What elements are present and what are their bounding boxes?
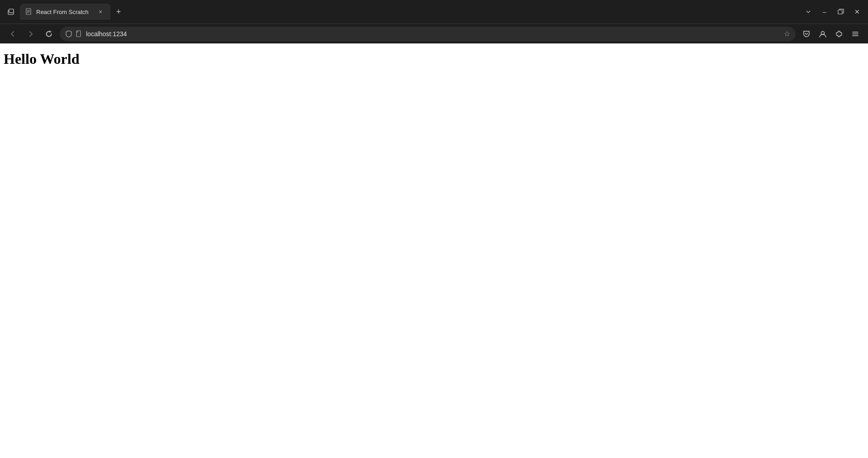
pocket-button[interactable] — [799, 27, 814, 41]
refresh-icon — [45, 30, 52, 38]
svg-rect-1 — [9, 9, 14, 13]
tab-bar-left: React From Scratch × + — [4, 4, 799, 20]
pocket-icon — [802, 30, 811, 38]
tab-overview-button[interactable] — [4, 5, 18, 19]
forward-icon — [27, 30, 34, 38]
tab-overview-icon — [7, 8, 14, 15]
close-window-icon: ✕ — [854, 8, 860, 15]
active-tab[interactable]: React From Scratch × — [20, 4, 110, 20]
svg-rect-7 — [76, 31, 81, 37]
account-button[interactable] — [816, 27, 830, 41]
extensions-icon — [835, 30, 843, 38]
shield-icon — [65, 30, 72, 38]
menu-icon — [851, 30, 859, 38]
tab-bar-right: – ✕ — [801, 5, 864, 19]
minimize-icon: – — [823, 8, 826, 15]
extensions-button[interactable] — [832, 27, 846, 41]
restore-button[interactable] — [834, 5, 848, 19]
tab-dropdown-button[interactable] — [801, 5, 816, 19]
minimize-button[interactable]: – — [817, 5, 832, 19]
forward-button[interactable] — [24, 27, 38, 41]
bookmark-star-icon[interactable]: ☆ — [784, 29, 790, 38]
menu-button[interactable] — [848, 27, 863, 41]
address-bar[interactable]: localhost:1234 ☆ — [60, 27, 796, 41]
svg-rect-6 — [838, 10, 842, 14]
chevron-down-icon — [806, 9, 811, 14]
account-icon — [819, 30, 827, 38]
back-icon — [9, 30, 16, 38]
browser-chrome: React From Scratch × + – — [0, 0, 868, 43]
nav-bar: localhost:1234 ☆ — [0, 24, 868, 43]
page-icon — [75, 30, 82, 38]
tab-bar: React From Scratch × + – — [0, 0, 868, 24]
address-bar-security-icons — [65, 30, 82, 38]
nav-right-buttons — [799, 27, 863, 41]
new-tab-button[interactable]: + — [112, 5, 125, 18]
url-display[interactable]: localhost:1234 — [86, 30, 780, 38]
back-button[interactable] — [5, 27, 20, 41]
page-heading: Hello World — [4, 51, 864, 67]
tab-favicon-icon — [25, 8, 33, 15]
tab-title: React From Scratch — [36, 9, 92, 15]
refresh-button[interactable] — [42, 27, 56, 41]
close-window-button[interactable]: ✕ — [850, 5, 864, 19]
page-content: Hello World — [0, 43, 868, 458]
restore-icon — [838, 9, 844, 15]
tab-close-button[interactable]: × — [96, 7, 105, 16]
